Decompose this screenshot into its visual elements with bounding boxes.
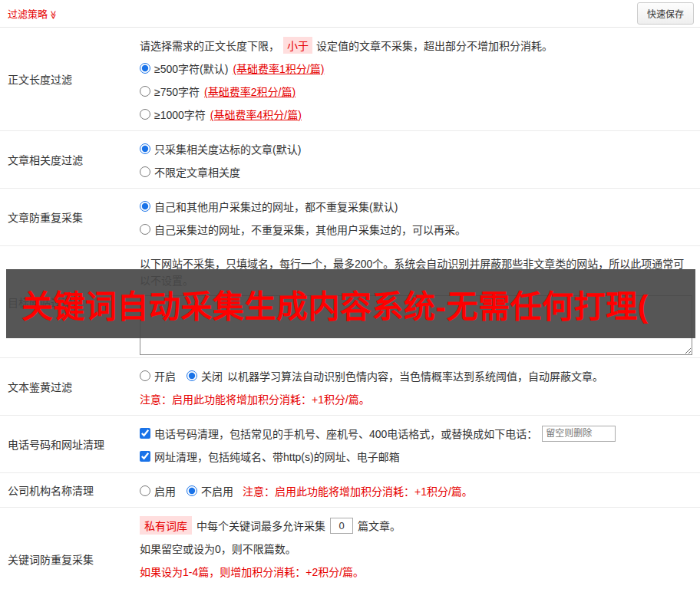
row-label-content-length: 正文长度过滤 xyxy=(0,28,132,130)
length-500-radio[interactable] xyxy=(140,63,150,74)
length-500-note: (基础费率1积分/篇) xyxy=(233,61,324,76)
url-clean-option[interactable]: 网址清理，包括纯域名、带http(s)的网址、电子邮箱 xyxy=(140,449,400,464)
length-750-note: (基础费率2积分/篇) xyxy=(204,84,296,99)
private-lexicon-tag: 私有词库 xyxy=(140,516,192,535)
porn-off-option[interactable]: 关闭 xyxy=(187,368,223,383)
row-label-url-dedup: 文章防重复采集 xyxy=(0,189,132,245)
company-clean-cost-note: 注意：启用此功能将增加积分消耗：+1积分/篇。 xyxy=(243,483,473,499)
porn-on-label: 开启 xyxy=(154,368,176,383)
porn-filter-cost-note: 注意：启用此功能将增加积分消耗：+1积分/篇。 xyxy=(140,387,694,410)
keyword-limit-input[interactable] xyxy=(330,518,353,534)
length-option-1000[interactable]: ≥1000字符 (基础费率4积分/篇) xyxy=(140,103,694,126)
relevance-strict-label: 只采集相关度达标的文章(默认) xyxy=(154,141,301,156)
phone-clean-label: 电话号码清理，包括常见的手机号、座机号、400电话格式，或替换成如下电话： xyxy=(154,426,537,441)
length-1000-note: (基础费率4积分/篇) xyxy=(210,107,302,122)
phone-clean-option[interactable]: 电话号码清理，包括常见的手机号、座机号、400电话格式，或替换成如下电话： xyxy=(140,426,537,441)
length-1000-label: ≥1000字符 xyxy=(154,107,206,122)
relevance-any-radio[interactable] xyxy=(140,166,150,177)
company-off-radio[interactable] xyxy=(187,485,197,496)
keyword-note-free-line: 如果设为5篇或以上，也不会额外增加积分消耗。 注意事项≫ xyxy=(140,583,694,589)
watermark-banner: 关键词自动采集生成内容系统-无需任何打理( xyxy=(6,269,695,338)
keyword-limit-line: 私有词库 中每个关键词最多允许采集 篇文章。 xyxy=(140,514,694,537)
page-title-text: 过滤策略 xyxy=(8,8,48,20)
company-off-option[interactable]: 不启用 xyxy=(187,483,233,499)
row-content-length-filter: 正文长度过滤 请选择需求的正文长度下限， 小于 设定值的文章不采集，超出部分不增… xyxy=(0,28,700,131)
keyword-note-unlimited: 如果留空或设为0，则不限篇数。 xyxy=(140,537,694,560)
porn-off-label: 关闭 xyxy=(201,368,223,383)
keyword-limit-suffix: 篇文章。 xyxy=(358,518,401,533)
row-phone-url-clean: 电话号码和网址清理 电话号码清理，包括常见的手机号、座机号、400电话格式，或替… xyxy=(0,416,700,473)
row-company-clean: 公司机构名称清理 启用 不启用 注意：启用此功能将增加积分消耗：+1积分/篇。 xyxy=(0,473,700,508)
row-label-keyword-dedup: 关键词防重复采集 xyxy=(0,508,132,589)
row-content: 请选择需求的正文长度下限， 小于 设定值的文章不采集，超出部分不增加积分消耗。 … xyxy=(132,28,700,130)
phone-clean-checkbox[interactable] xyxy=(140,428,150,439)
relevance-any-label: 不限定文章相关度 xyxy=(154,164,240,179)
intro-highlight: 小于 xyxy=(283,37,312,54)
intro-text-pre: 请选择需求的正文长度下限， xyxy=(140,38,279,53)
dedup-self-label: 自己采集过的网址，不重复采集，其他用户采集过的，可以再采。 xyxy=(154,222,466,237)
url-clean-label: 网址清理，包括纯域名、带http(s)的网址、电子邮箱 xyxy=(154,449,400,464)
length-option-750[interactable]: ≥750字符 (基础费率2积分/篇) xyxy=(140,80,694,103)
phone-clean-line: 电话号码清理，包括常见的手机号、座机号、400电话格式，或替换成如下电话： xyxy=(140,422,694,445)
content-length-intro: 请选择需求的正文长度下限， 小于 设定值的文章不采集，超出部分不增加积分消耗。 xyxy=(140,34,694,57)
dedup-self-radio[interactable] xyxy=(140,224,150,235)
replacement-phone-input[interactable] xyxy=(542,426,616,442)
filter-strategy-page: 过滤策略≫ 快速保存 正文长度过滤 请选择需求的正文长度下限， 小于 设定值的文… xyxy=(0,0,700,589)
row-content: 启用 不启用 注意：启用此功能将增加积分消耗：+1积分/篇。 xyxy=(132,473,700,507)
porn-off-radio[interactable] xyxy=(187,370,197,381)
length-option-500[interactable]: ≥500字符(默认) (基础费率1积分/篇) xyxy=(140,57,694,80)
keyword-note-cost: 如果设为1-4篇，则增加积分消耗：+2积分/篇。 xyxy=(140,560,694,583)
length-1000-radio[interactable] xyxy=(140,109,150,120)
page-title[interactable]: 过滤策略≫ xyxy=(8,6,58,21)
company-clean-options: 启用 不启用 注意：启用此功能将增加积分消耗：+1积分/篇。 xyxy=(140,479,694,502)
keyword-limit-text: 中每个关键词最多允许采集 xyxy=(196,518,325,533)
chevron-down-icon: ≫ xyxy=(48,11,58,20)
company-off-label: 不启用 xyxy=(201,483,233,499)
row-label-relevance: 文章相关度过滤 xyxy=(0,131,132,188)
dedup-option-global[interactable]: 自己和其他用户采集过的网址，都不重复采集(默认) xyxy=(140,195,694,218)
quick-save-button[interactable]: 快速保存 xyxy=(637,2,694,25)
watermark-banner-text: 关键词自动采集生成内容系统-无需任何打理( xyxy=(21,281,649,327)
porn-on-option[interactable]: 开启 xyxy=(140,368,176,383)
row-relevance-filter: 文章相关度过滤 只采集相关度达标的文章(默认) 不限定文章相关度 xyxy=(0,131,700,189)
company-on-option[interactable]: 启用 xyxy=(140,483,176,499)
dedup-global-label: 自己和其他用户采集过的网址，都不重复采集(默认) xyxy=(154,199,398,214)
relevance-option-any[interactable]: 不限定文章相关度 xyxy=(140,160,694,183)
relevance-strict-radio[interactable] xyxy=(140,143,150,154)
dedup-option-self[interactable]: 自己采集过的网址，不重复采集，其他用户采集过的，可以再采。 xyxy=(140,218,694,241)
company-on-radio[interactable] xyxy=(140,485,150,496)
length-750-label: ≥750字符 xyxy=(154,84,200,99)
length-500-label: ≥500字符(默认) xyxy=(154,61,228,76)
porn-filter-options: 开启 关闭 以机器学习算法自动识别色情内容，当色情概率达到系统阈值，自动屏蔽文章… xyxy=(140,364,694,387)
row-label-porn-filter: 文本鉴黄过滤 xyxy=(0,358,132,415)
row-url-dedup: 文章防重复采集 自己和其他用户采集过的网址，都不重复采集(默认) 自己采集过的网… xyxy=(0,189,700,246)
row-content: 自己和其他用户采集过的网址，都不重复采集(默认) 自己采集过的网址，不重复采集，… xyxy=(132,189,700,245)
porn-on-radio[interactable] xyxy=(140,370,150,381)
row-content: 只采集相关度达标的文章(默认) 不限定文章相关度 xyxy=(132,131,700,188)
row-content: 开启 关闭 以机器学习算法自动识别色情内容，当色情概率达到系统阈值，自动屏蔽文章… xyxy=(132,358,700,415)
url-clean-line: 网址清理，包括纯域名、带http(s)的网址、电子邮箱 xyxy=(140,445,694,468)
relevance-option-strict[interactable]: 只采集相关度达标的文章(默认) xyxy=(140,137,694,160)
row-content: 电话号码清理，包括常见的手机号、座机号、400电话格式，或替换成如下电话： 网址… xyxy=(132,416,700,472)
dedup-global-radio[interactable] xyxy=(140,201,150,212)
row-label-phone-url: 电话号码和网址清理 xyxy=(0,416,132,472)
company-on-label: 启用 xyxy=(154,483,176,499)
row-label-company-clean: 公司机构名称清理 xyxy=(0,473,132,507)
length-750-radio[interactable] xyxy=(140,86,150,97)
header-bar: 过滤策略≫ 快速保存 xyxy=(0,0,700,28)
row-content: 私有词库 中每个关键词最多允许采集 篇文章。 如果留空或设为0，则不限篇数。 如… xyxy=(132,508,700,589)
url-clean-checkbox[interactable] xyxy=(140,451,150,462)
porn-filter-description: 以机器学习算法自动识别色情内容，当色情概率达到系统阈值，自动屏蔽文章。 xyxy=(227,368,603,383)
row-porn-filter: 文本鉴黄过滤 开启 关闭 以机器学习算法自动识别色情内容，当色情概率达到系统阈值… xyxy=(0,358,700,416)
intro-text-post: 设定值的文章不采集，超出部分不增加积分消耗。 xyxy=(316,38,553,53)
row-keyword-dedup: 关键词防重复采集 私有词库 中每个关键词最多允许采集 篇文章。 如果留空或设为0… xyxy=(0,508,700,589)
